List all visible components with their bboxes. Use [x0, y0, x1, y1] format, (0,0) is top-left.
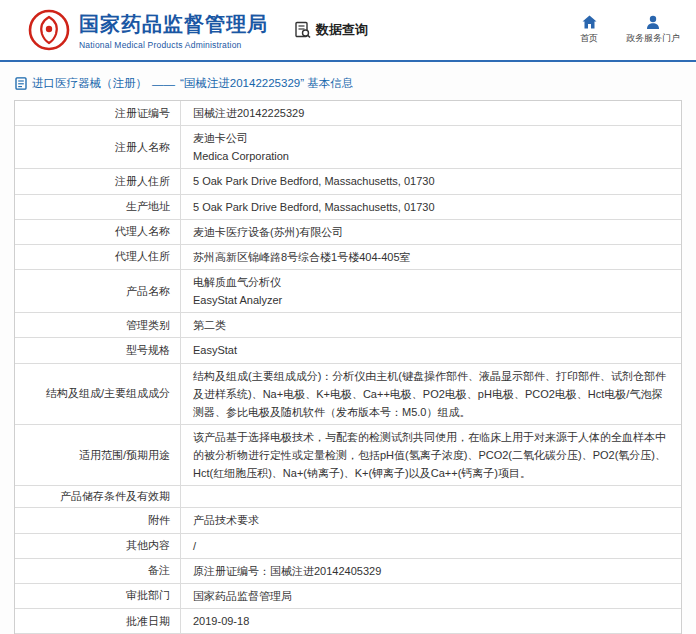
row-value: 麦迪卡公司 Medica Corporation [193, 129, 289, 165]
home-icon [582, 15, 597, 29]
row-value-cell: 国械注进20142225329 [181, 101, 681, 125]
row-value-cell: 5 Oak Park Drive Bedford, Massachusetts,… [181, 169, 681, 193]
row-value-cell: 该产品基于选择电极技术，与配套的检测试剂共同使用，在临床上用于对来源于人体的全血… [181, 425, 681, 485]
row-label: 产品储存条件及有效期 [15, 486, 181, 507]
row-label: 审批部门 [15, 584, 181, 608]
row-value: 苏州高新区锦峰路8号综合楼1号楼404-405室 [193, 248, 411, 266]
row-label: 结构及组成/主要组成成分 [15, 364, 181, 424]
breadcrumb-detail: “国械注进20142225329” 基本信息 [180, 76, 353, 91]
table-row: 生产地址 5 Oak Park Drive Bedford, Massachus… [15, 194, 681, 219]
table-row: 代理人住所 苏州高新区锦峰路8号综合楼1号楼404-405室 [15, 244, 681, 269]
table-row: 注册人住所 5 Oak Park Drive Bedford, Massachu… [15, 168, 681, 193]
row-label: 注册人住所 [15, 169, 181, 193]
nav-portal[interactable]: 政务服务门户 [626, 15, 680, 45]
row-label: 型号规格 [15, 338, 181, 362]
table-row: 管理类别 第二类 [15, 312, 681, 337]
row-value: / [193, 537, 196, 555]
data-query-icon [294, 21, 312, 39]
row-value-cell: 结构及组成(主要组成成分)：分析仪由主机(键盘操作部件、液晶显示部件、打印部件、… [181, 364, 681, 424]
table-row: 批准日期 2019-09-18 [15, 608, 681, 633]
row-value-cell: 麦迪卡医疗设备(苏州)有限公司 [181, 220, 681, 244]
table-row: 注册证编号 国械注进20142225329 [15, 101, 681, 125]
breadcrumb-section[interactable]: 进口医疗器械（注册） [32, 76, 147, 91]
row-value-cell: 产品技术要求 [181, 508, 681, 532]
row-value: 结构及组成(主要组成成分)：分析仪由主机(键盘操作部件、液晶显示部件、打印部件、… [193, 367, 669, 421]
breadcrumb-dash: —— [152, 78, 175, 90]
row-value: 2019-09-18 [193, 612, 249, 630]
row-value: 5 Oak Park Drive Bedford, Massachusetts,… [193, 198, 435, 216]
row-value-cell: 国家药品监督管理局 [181, 584, 681, 608]
table-row: 结构及组成/主要组成成分 结构及组成(主要组成成分)：分析仪由主机(键盘操作部件… [15, 363, 681, 424]
site-title-cn: 国家药品监督管理局 [79, 11, 268, 38]
row-label: 注册人名称 [15, 126, 181, 168]
row-value: 原注册证编号：国械注进20142405329 [193, 562, 381, 580]
row-label: 批准日期 [15, 609, 181, 633]
row-value-cell: 原注册证编号：国械注进20142405329 [181, 559, 681, 583]
table-row: 代理人名称 麦迪卡医疗设备(苏州)有限公司 [15, 219, 681, 244]
row-label: 其他内容 [15, 534, 181, 558]
table-row: 其他内容 / [15, 533, 681, 558]
row-value: 麦迪卡医疗设备(苏州)有限公司 [193, 223, 343, 241]
row-label: 注册证编号 [15, 101, 181, 125]
table-row: 注册人名称 麦迪卡公司 Medica Corporation [15, 125, 681, 168]
nav-home[interactable]: 首页 [580, 15, 598, 45]
row-value-cell: EasyStat [181, 338, 681, 362]
registration-table: 注册证编号 国械注进20142225329 注册人名称 麦迪卡公司 Medica… [14, 100, 682, 634]
row-label: 附件 [15, 508, 181, 532]
row-value-cell: 苏州高新区锦峰路8号综合楼1号楼404-405室 [181, 245, 681, 269]
row-label: 代理人名称 [15, 220, 181, 244]
site-title-en: National Medical Products Administration [79, 40, 268, 50]
row-label: 备注 [15, 559, 181, 583]
table-row: 附件 产品技术要求 [15, 507, 681, 532]
user-icon [646, 15, 660, 29]
main-content: 进口医疗器械（注册） —— “国械注进20142225329” 基本信息 注册证… [0, 62, 696, 634]
row-label: 适用范围/预期用途 [15, 425, 181, 485]
row-value-cell [181, 486, 681, 507]
row-value: 国械注进20142225329 [193, 104, 304, 122]
table-row: 产品储存条件及有效期 [15, 485, 681, 507]
row-value-cell: / [181, 534, 681, 558]
site-header: 国家药品监督管理局 National Medical Products Admi… [0, 0, 696, 60]
row-value: EasyStat [193, 341, 237, 359]
row-value-cell: 第二类 [181, 313, 681, 337]
nav-data-query[interactable]: 数据查询 [294, 21, 368, 39]
site-title-block[interactable]: 国家药品监督管理局 National Medical Products Admi… [79, 11, 268, 50]
row-label: 生产地址 [15, 195, 181, 219]
document-icon [15, 77, 27, 90]
breadcrumb: 进口医疗器械（注册） —— “国械注进20142225329” 基本信息 [15, 76, 682, 91]
data-query-label: 数据查询 [316, 21, 368, 39]
row-value-cell: 麦迪卡公司 Medica Corporation [181, 126, 681, 168]
row-value: 该产品基于选择电极技术，与配套的检测试剂共同使用，在临床上用于对来源于人体的全血… [193, 428, 669, 482]
row-label: 管理类别 [15, 313, 181, 337]
row-value-cell: 5 Oak Park Drive Bedford, Massachusetts,… [181, 195, 681, 219]
nav-home-label: 首页 [580, 32, 598, 45]
table-row: 备注 原注册证编号：国械注进20142405329 [15, 558, 681, 583]
table-row: 产品名称 电解质血气分析仪 EasyStat Analyzer [15, 269, 681, 312]
row-value: 国家药品监督管理局 [193, 587, 292, 605]
nmpa-logo-icon[interactable] [28, 9, 70, 51]
row-value-cell: 电解质血气分析仪 EasyStat Analyzer [181, 270, 681, 312]
row-value: 电解质血气分析仪 EasyStat Analyzer [193, 273, 282, 309]
row-label: 代理人住所 [15, 245, 181, 269]
header-nav-right: 首页 政务服务门户 [580, 15, 680, 45]
row-value-cell: 2019-09-18 [181, 609, 681, 633]
table-row: 适用范围/预期用途 该产品基于选择电极技术，与配套的检测试剂共同使用，在临床上用… [15, 424, 681, 485]
row-label: 产品名称 [15, 270, 181, 312]
row-value: 第二类 [193, 316, 226, 334]
table-row: 型号规格 EasyStat [15, 337, 681, 362]
nav-portal-label: 政务服务门户 [626, 32, 680, 45]
row-value: 产品技术要求 [193, 511, 259, 529]
table-row: 审批部门 国家药品监督管理局 [15, 583, 681, 608]
row-value: 5 Oak Park Drive Bedford, Massachusetts,… [193, 172, 435, 190]
